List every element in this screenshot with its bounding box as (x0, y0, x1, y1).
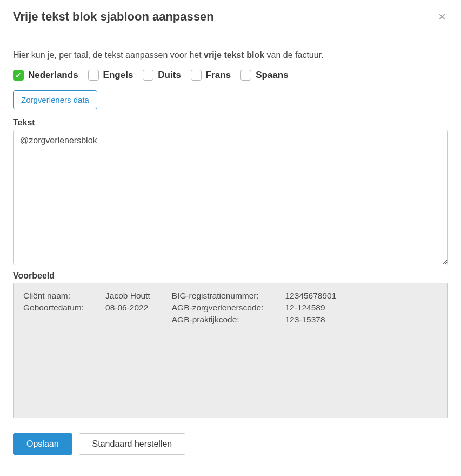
preview-value: 12345678901 (285, 291, 336, 301)
lang-duits[interactable]: Duits (143, 70, 181, 81)
tekst-label: Tekst (13, 118, 448, 128)
preview-col-left: Cliënt naam: Jacob Houtt Geboortedatum: … (23, 291, 150, 410)
preview-label: AGB-praktijkcode: (172, 315, 264, 325)
intro-bold: vrije tekst blok (204, 50, 264, 60)
close-icon: × (438, 9, 446, 24)
preview-value: 08-06-2022 (105, 303, 150, 313)
checkbox-icon (88, 70, 99, 81)
lang-label: Nederlands (28, 70, 78, 81)
preview-value: Jacob Houtt (105, 291, 150, 301)
tekst-textarea[interactable] (13, 130, 448, 265)
preview-label: Geboortedatum: (23, 303, 84, 313)
lang-label: Engels (103, 70, 133, 81)
lang-frans[interactable]: Frans (191, 70, 231, 81)
intro-text: Hier kun je, per taal, de tekst aanpasse… (13, 50, 448, 60)
voorbeeld-label: Voorbeeld (13, 271, 448, 281)
intro-pre: Hier kun je, per taal, de tekst aanpasse… (13, 50, 204, 60)
intro-post: van de factuur. (264, 50, 323, 60)
lang-label: Spaans (256, 70, 288, 81)
reset-button[interactable]: Standaard herstellen (79, 433, 186, 455)
preview-label: BIG-registratienummer: (172, 291, 264, 301)
close-button[interactable]: × (436, 10, 448, 23)
lang-engels[interactable]: Engels (88, 70, 133, 81)
save-button[interactable]: Opslaan (13, 433, 72, 455)
footer-actions: Opslaan Standaard herstellen (13, 433, 448, 455)
checkbox-icon (191, 70, 202, 81)
modal-title: Vrije tekst blok sjabloon aanpassen (13, 10, 214, 24)
preview-value: 123-15378 (285, 315, 336, 325)
zorgverleners-data-button[interactable]: Zorgverleners data (13, 90, 97, 109)
checkbox-icon (240, 70, 251, 81)
lang-spaans[interactable]: Spaans (240, 70, 288, 81)
lang-label: Duits (158, 70, 181, 81)
lang-nederlands[interactable]: Nederlands (13, 70, 78, 81)
checkbox-icon (143, 70, 153, 81)
language-selector: Nederlands Engels Duits Frans Spaans (13, 70, 448, 81)
checkbox-icon (13, 70, 24, 81)
preview-col-right: BIG-registratienummer: 12345678901 AGB-z… (172, 291, 337, 410)
modal-dialog: Vrije tekst blok sjabloon aanpassen × Hi… (0, 0, 461, 468)
preview-label: Cliënt naam: (23, 291, 84, 301)
modal-body: Hier kun je, per taal, de tekst aanpasse… (0, 34, 461, 468)
preview-label: AGB-zorgverlenerscode: (172, 303, 264, 313)
modal-header: Vrije tekst blok sjabloon aanpassen × (0, 0, 461, 34)
lang-label: Frans (206, 70, 231, 81)
preview-box: Cliënt naam: Jacob Houtt Geboortedatum: … (13, 283, 448, 418)
preview-value: 12-124589 (285, 303, 336, 313)
